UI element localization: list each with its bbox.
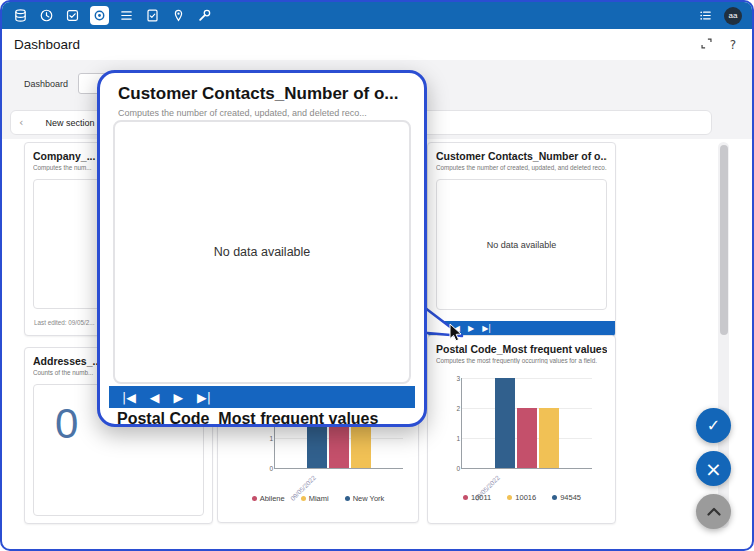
no-data-text: No data available xyxy=(487,240,557,250)
legend-dot xyxy=(463,495,468,500)
card-postal-code-chart-right[interactable]: Postal Code_Most frequent values Compute… xyxy=(427,335,616,524)
legend-item: Miami xyxy=(301,494,329,503)
scroll-to-top-button[interactable] xyxy=(696,494,731,529)
legend-dot xyxy=(345,496,350,501)
legend-item: 94545 xyxy=(552,493,581,502)
widget-body: No data available xyxy=(436,179,607,310)
list-icon[interactable] xyxy=(118,7,135,24)
y-tick-label: 1 xyxy=(447,435,460,442)
app-window: aa Dashboard ? Dashboard ‹ New section C… xyxy=(0,0,754,551)
popup-card-title: Customer Contacts_Number of o... xyxy=(118,84,406,104)
metric-value: 0 xyxy=(55,400,78,448)
clock-icon[interactable] xyxy=(38,7,55,24)
y-tick-label: 3 xyxy=(447,375,460,382)
card-subtitle: Computes the most frequently occurring v… xyxy=(436,357,607,364)
legend-dot xyxy=(552,495,557,500)
topbar-icon-strip xyxy=(12,2,213,29)
next-page-button[interactable]: ▶ xyxy=(468,324,474,333)
topbar-right: aa xyxy=(697,2,742,29)
chart-legend: 100111001694545 xyxy=(452,493,592,502)
y-tick-label: 0 xyxy=(447,465,460,472)
legend-item: Abilene xyxy=(252,494,285,503)
wrench-icon[interactable] xyxy=(196,7,213,24)
mouse-cursor xyxy=(449,323,463,343)
bar-94545 xyxy=(495,378,515,468)
dashboard-icon[interactable] xyxy=(90,6,109,25)
card-title: Postal Code_Most frequent values xyxy=(436,343,607,355)
y-tick-label: 1 xyxy=(260,435,273,442)
expand-icon[interactable] xyxy=(700,36,713,54)
last-page-button[interactable]: ▶| xyxy=(197,390,211,405)
tasks-icon[interactable] xyxy=(64,7,81,24)
page-header: Dashboard ? xyxy=(2,29,752,60)
card-title: Customer Contacts_Number of o... xyxy=(436,150,607,162)
page-title: Dashboard xyxy=(14,37,80,52)
tab-new-section[interactable]: New section xyxy=(45,118,94,128)
legend-label: 94545 xyxy=(560,493,581,502)
popup-next-card-title: Postal Code_Most frequent values xyxy=(117,410,378,427)
zoom-preview-popup: Customer Contacts_Number of o... Compute… xyxy=(97,70,427,427)
database-icon[interactable] xyxy=(12,7,29,24)
last-edited-text: Last edited: 09/05/2... xyxy=(34,319,95,326)
legend-label: New York xyxy=(353,494,385,503)
legend-item: 10011 xyxy=(463,493,491,502)
legend-dot xyxy=(301,496,306,501)
legend-item: 10016 xyxy=(507,493,536,502)
scrollbar-thumb[interactable] xyxy=(720,145,728,335)
legend-label: Miami xyxy=(309,494,329,503)
prev-page-button[interactable]: ◀ xyxy=(150,390,160,405)
card-subtitle: Computes the number of created, updated,… xyxy=(436,164,607,171)
chart-legend: AbileneMiamiNew York xyxy=(248,494,388,503)
confirm-button[interactable]: ✓ xyxy=(696,408,731,443)
popup-card-subtitle: Computes the number of created, updated,… xyxy=(118,108,406,118)
popup-widget-body: No data available xyxy=(113,120,411,384)
popup-pagination-bar[interactable]: |◀ ◀ ▶ ▶| xyxy=(109,386,415,408)
bar-10016 xyxy=(539,408,559,468)
legend-dot xyxy=(507,495,512,500)
legend-label: 10016 xyxy=(515,493,536,502)
legend-item: New York xyxy=(345,494,385,503)
first-page-button[interactable]: |◀ xyxy=(122,390,136,405)
y-tick-label: 0 xyxy=(260,465,273,472)
legend-dot xyxy=(252,496,257,501)
bar-group xyxy=(462,378,592,468)
last-page-button[interactable]: ▶| xyxy=(482,324,491,333)
tab-scroll-left-icon[interactable]: ‹ xyxy=(19,116,23,129)
legend-label: Abilene xyxy=(260,494,285,503)
next-page-button[interactable]: ▶ xyxy=(173,390,183,405)
pin-icon[interactable] xyxy=(170,7,187,24)
chart-plot: 0123 xyxy=(461,378,592,469)
report-icon[interactable] xyxy=(144,7,161,24)
no-data-text: No data available xyxy=(214,245,311,259)
cancel-button[interactable]: × xyxy=(696,451,731,486)
avatar[interactable]: aa xyxy=(724,7,742,25)
help-icon[interactable]: ? xyxy=(730,38,736,52)
dashboard-filter-label: Dashboard xyxy=(24,79,68,89)
queue-icon[interactable] xyxy=(697,7,714,24)
top-navigation-bar: aa xyxy=(2,2,752,29)
y-tick-label: 2 xyxy=(447,405,460,412)
bar-10011 xyxy=(517,408,537,468)
legend-label: 10011 xyxy=(471,493,491,502)
